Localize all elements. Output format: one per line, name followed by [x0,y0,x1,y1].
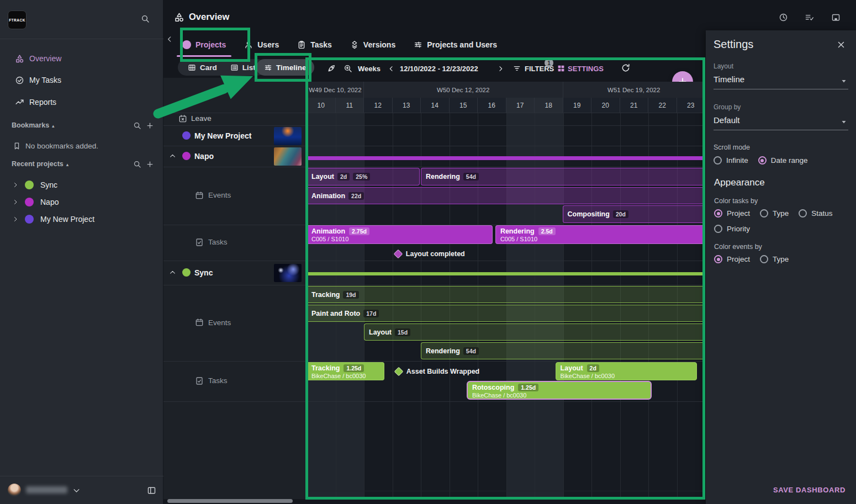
view-button-timeline[interactable]: Timeline [256,59,314,76]
search-icon[interactable] [141,14,150,23]
row-project-napo[interactable]: Napo [194,152,214,161]
day-header-cell[interactable]: 18 [535,98,563,113]
filter-icon[interactable] [512,64,521,73]
radio-date-range[interactable]: Date range [758,156,808,165]
collapse-chevron-icon[interactable] [169,152,176,160]
chevron-right-icon[interactable] [12,216,19,222]
radio-infinite[interactable]: Infinite [714,156,748,165]
layout-select[interactable]: Timeline [714,75,744,84]
date-range[interactable]: 12/10/2022 - 12/23/2022 [400,65,478,73]
radio-status[interactable]: Status [799,209,832,217]
collapse-chevron-icon[interactable] [169,269,176,276]
add-icon[interactable] [146,121,154,130]
group-by-select[interactable]: Default [714,115,740,125]
gantt-bar-compositing[interactable]: Compositing20d [563,205,706,223]
sidebar-item-my-tasks[interactable]: My Tasks [0,70,163,91]
duration-chip: 20d [613,210,628,218]
day-header-cell[interactable]: 20 [591,98,620,113]
row-project-my-new-project[interactable]: My New Project [194,131,251,140]
gantt-bar-rendering[interactable]: Rendering54d [421,168,705,185]
next-range-icon[interactable] [497,65,504,72]
dock-icon[interactable] [831,13,841,22]
project-span-bar-sync[interactable] [307,272,705,275]
search-icon[interactable] [133,160,141,168]
recent-project-my-new-project[interactable]: My New Project [0,211,163,227]
day-header-cell[interactable]: 23 [677,98,706,113]
row-group-events[interactable]: Events [195,191,231,200]
gantt-bar-rendering[interactable]: Rendering2.5dC005 / S1010 [495,225,705,244]
tab-users[interactable]: Users [244,30,279,59]
row-group-tasks[interactable]: Tasks [195,376,228,385]
row-project-sync[interactable]: Sync [194,268,213,277]
sidebar-item-overview[interactable]: Overview [0,48,163,69]
project-color-dot [182,268,191,277]
chevron-down-icon[interactable] [72,486,81,495]
gantt-bar-layout[interactable]: Layout15d [364,323,705,341]
radio-project[interactable]: Project [714,209,750,217]
day-header-cell[interactable]: 21 [620,98,649,113]
gantt-bar-paint-and-roto[interactable]: Paint and Roto17d [307,305,705,322]
day-header-cell[interactable]: 19 [563,98,592,113]
day-header-cell[interactable]: 14 [421,98,450,113]
sidebar-item-reports[interactable]: Reports [0,92,163,113]
recent-projects-header[interactable]: Recent projects▴ [12,160,68,168]
tasks-done-icon[interactable] [805,13,814,22]
gantt-bar-layout[interactable]: Layout2dBikeChase / bc0030 [556,362,697,380]
add-icon[interactable] [146,160,154,168]
day-header-cell[interactable]: 15 [450,98,478,113]
radio-priority[interactable]: Priority [714,225,750,233]
day-header-cell[interactable]: 17 [506,98,535,113]
tab-projects[interactable]: Projects [182,30,226,59]
zoom-level-label[interactable]: Weeks [358,65,381,73]
gantt-bar-rendering[interactable]: Rendering54d [421,342,705,359]
gantt-bar-layout[interactable]: Layout2d25% [307,168,420,185]
bookmarks-header[interactable]: Bookmarks▴ [12,121,55,129]
day-header-cell[interactable]: 10 [307,98,336,113]
tabs-back-icon[interactable] [166,35,173,43]
project-thumbnail[interactable] [274,127,302,145]
project-thumbnail[interactable] [274,147,302,166]
day-header-cell[interactable]: 11 [336,98,364,113]
horizontal-scrollbar[interactable] [167,499,293,503]
rocket-icon[interactable] [327,64,336,73]
gantt-bar-animation[interactable]: Animation2.75dC005 / S1010 [307,225,493,244]
row-group-tasks[interactable]: Tasks [195,238,228,247]
recent-project-napo[interactable]: Napo [0,194,163,210]
gantt-bar-rotoscoping[interactable]: Rotoscoping1.25dBikeChase / bc0030 [467,381,652,400]
day-header-cell[interactable]: 22 [648,98,677,113]
recent-project-sync[interactable]: Sync [0,177,163,193]
refresh-icon[interactable] [621,63,631,73]
radio-dot-icon [714,156,722,165]
view-button-card[interactable]: Card [181,59,224,76]
settings-button[interactable]: SETTINGS [568,65,604,73]
zoom-in-icon[interactable] [344,64,352,73]
project-thumbnail[interactable] [274,264,302,282]
tab-versions[interactable]: Versions [350,30,395,59]
save-dashboard-button[interactable]: SAVE DASHBOARD [773,486,846,494]
tab-projects-and-users[interactable]: Projects and Users [414,30,497,59]
search-icon[interactable] [133,121,141,130]
radio-type[interactable]: Type [760,255,789,263]
day-header-cell[interactable]: 16 [478,98,506,113]
chevron-down-icon[interactable] [841,78,847,84]
close-icon[interactable] [836,40,846,50]
row-leave[interactable]: Leave [178,114,212,123]
radio-project[interactable]: Project [714,255,750,263]
gantt-bar-animation[interactable]: Animation22d [307,187,705,204]
row-group-events[interactable]: Events [195,318,231,327]
chevron-right-icon[interactable] [12,199,19,205]
chevron-down-icon[interactable] [841,119,847,125]
avatar[interactable] [8,484,21,497]
gantt-bar-tracking[interactable]: Tracking1.25dBikeChase / bc0030 [307,362,384,380]
radio-type[interactable]: Type [760,209,789,217]
history-icon[interactable] [779,13,788,22]
chevron-right-icon[interactable] [12,182,19,188]
gantt-bar-tracking[interactable]: Tracking19d [307,286,705,303]
day-header-cell[interactable]: 12 [364,98,393,113]
tab-tasks[interactable]: Tasks [297,30,332,59]
settings-grid-icon[interactable] [557,64,566,73]
prev-range-icon[interactable] [388,65,395,72]
project-span-bar-napo[interactable] [307,156,705,160]
day-header-cell[interactable]: 13 [393,98,421,113]
panel-toggle-icon[interactable] [147,486,156,495]
